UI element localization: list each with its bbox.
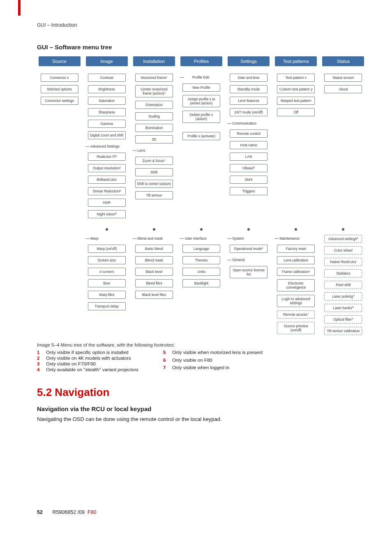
tree-node: Operational mode⁶ [230, 245, 267, 253]
subgroup-label: Lens [135, 147, 173, 155]
col-source: Connector x Stitched options Connector s… [37, 74, 82, 222]
footnote-number: 3 [37, 361, 44, 366]
tree-node: Warp files [88, 291, 126, 299]
subgroup-label: Maintenance [277, 235, 315, 243]
connector-dot-icon [200, 228, 203, 231]
menu-tree: Source Image Installation Profiles Setti… [37, 56, 366, 338]
tree-node: Warped test pattern [277, 97, 315, 105]
col-status: Status screen About [321, 74, 366, 222]
tree-node: Date and time [230, 74, 267, 82]
subgroup-label: Blend and mask [135, 235, 173, 243]
footnote-text: Only visible when logged in [172, 365, 263, 372]
page-number: 52 [37, 509, 43, 515]
tree-node: Themes [182, 256, 220, 264]
tree-node: Factory reset [277, 245, 315, 253]
tree-node: Host name [230, 141, 267, 149]
running-head: GUI – Introduction [37, 22, 363, 28]
footnote-text: Only visible on F70/F90 [46, 361, 138, 366]
tree-node: 3D [135, 135, 173, 143]
tree-node: Zoom & focus⁵ [135, 157, 173, 165]
subgroup-label: Advanced Settings [88, 143, 126, 151]
paragraph: Navigating the OSD can be done using the… [37, 416, 363, 423]
footnote-number: 5 [163, 350, 170, 357]
tree-node: Bow [88, 279, 126, 287]
tree-node: Delete profile x (action) [182, 111, 220, 123]
tree-node: Test pattern x [277, 74, 315, 82]
connector-dot-icon [342, 228, 344, 231]
tree-node: Remote control [230, 130, 267, 138]
tree-node: Motorized frame¹ [135, 74, 173, 82]
col-installation-lower: Blend and mask Basic blend Blend mask Bl… [131, 226, 176, 338]
tree-node: Brightness [88, 85, 126, 93]
tree-node: Electronic convergence [277, 279, 315, 291]
col-settings: Date and time Standby mode Lens features… [226, 74, 271, 222]
top-installation: Installation [133, 56, 175, 66]
tree-node: Contrast [88, 74, 126, 82]
model-name: F80 [88, 509, 97, 515]
tree-node: Shift to center (action) [135, 180, 173, 188]
tree-node: Gamma [88, 120, 126, 128]
tree-node: Output resolution² [88, 164, 126, 172]
tree-node: Smear Reduction³ [88, 187, 126, 195]
tree-node: Night vision⁴ [88, 210, 126, 218]
tree-node: Connector settings [41, 97, 78, 105]
top-status: Status [322, 56, 364, 66]
tree-node: Statistics [324, 269, 362, 278]
connector-dot-icon [247, 228, 250, 231]
tree-node: LAN [230, 153, 267, 161]
subgroup-label: Profile Edit [182, 74, 220, 82]
tree-node: Center motorized frame (action)¹ [135, 85, 173, 97]
top-profiles: Profiles [180, 56, 222, 66]
col-settings-lower: System Operational mode⁶ General Open so… [226, 226, 271, 338]
tree-node: HBaseT [230, 164, 267, 172]
col-image: Contrast Brightness Saturation Sharpness… [84, 74, 129, 222]
tree-node: Custom test pattern y [277, 85, 315, 93]
tree-node: Lens features [230, 97, 267, 105]
tree-node: Basic blend [135, 245, 173, 253]
tree-node: Lens calibration [277, 256, 315, 264]
subgroup-label: General [230, 256, 267, 264]
col-status-lower: Advanced settings⁸ Color wheel Native Re… [321, 226, 366, 338]
red-margin-tab [18, 0, 21, 16]
top-image: Image [86, 56, 128, 66]
tree-node: Off [277, 108, 315, 116]
tree-node: Native RealColor [324, 258, 362, 266]
tree-node: Screen size [88, 256, 126, 264]
doc-id: R5906852 /09 [52, 509, 85, 515]
connector-dot-icon [295, 228, 297, 231]
tree-node: Pixel shift [324, 281, 362, 289]
col-testpatterns: Test pattern x Custom test pattern y War… [274, 74, 318, 222]
tree-node: Black level files [135, 291, 173, 299]
tree-node: Profile x (activate) [182, 132, 220, 140]
col-installation: Motorized frame¹ Center motorized frame … [131, 74, 176, 222]
tree-node: Assign profile x to preset (action) [182, 95, 220, 107]
tree-node: Units [182, 268, 220, 276]
tree-node: Connector x [41, 74, 78, 82]
col-image-lower: Warp Warp (on/off) Screen size 4 corners… [84, 226, 129, 338]
tree-node: About [324, 85, 362, 93]
tree-node: Tilt sensor [135, 191, 173, 199]
footnote-number: 6 [163, 358, 170, 365]
col-profiles: Profile Edit New Profile Assign profile … [179, 74, 224, 222]
tree-node: New Profile [182, 83, 220, 92]
tree-node: HDR [88, 199, 126, 207]
tree-node: Blend files [135, 279, 173, 287]
tree-node: Stitched options [41, 85, 78, 93]
tree-node: Digital zoom and shift [88, 131, 126, 139]
col-testpatterns-lower: Maintenance Factory reset Lens calibrati… [274, 226, 318, 338]
page-footer: 52 R5906852 /09 F80 [37, 509, 96, 515]
footnote-text: Only available on "stealth" variant proj… [46, 367, 138, 372]
footnote-text: Only visible when motorized lens is pres… [172, 350, 263, 357]
tree-node: Language [182, 245, 220, 253]
tree-node: Standby mode [230, 85, 267, 93]
subgroup-label: Advanced settings⁸ [324, 235, 362, 243]
heading-navigation: 5.2 Navigation [37, 386, 363, 399]
tree-node: Source preview (on/off) [277, 322, 315, 334]
tree-node: Warp (on/off) [88, 245, 126, 253]
tree-node: Blend mask [135, 256, 173, 264]
tree-node: BrilliantColor [88, 176, 126, 184]
footnote-text: Only visible on 4K models with actuators [46, 356, 138, 361]
tree-node: Optical filter⁹ [324, 315, 362, 324]
subheading-navigation: Navigation via the RCU or local keypad [37, 405, 363, 412]
col-profiles-lower: User interface Language Themes Units Bac… [179, 226, 224, 338]
